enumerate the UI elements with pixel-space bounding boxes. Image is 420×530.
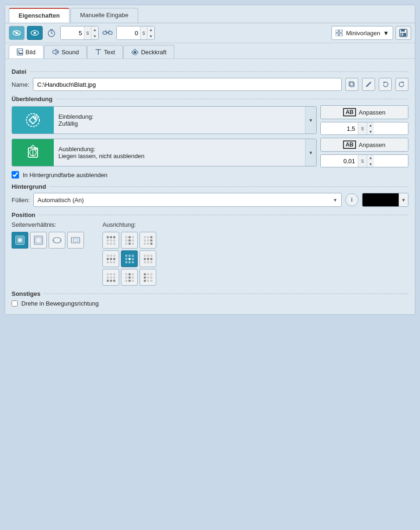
ausblendung-arrow[interactable]: ▼ — [305, 139, 316, 166]
einblendung-duration-down[interactable]: ▼ — [367, 128, 374, 135]
tab-manuelle-eingabe[interactable]: Manuelle Eingabe — [70, 8, 138, 23]
rotate-cw-btn[interactable] — [395, 78, 408, 91]
align-top-center[interactable] — [121, 232, 138, 249]
offset-input[interactable]: 0 — [117, 26, 140, 39]
datei-section-header: Datei — [12, 68, 408, 75]
svg-rect-12 — [336, 30, 338, 32]
svg-rect-41 — [36, 237, 41, 243]
sub-tab-sound-label: Sound — [62, 49, 79, 56]
offset-unit: s — [140, 26, 147, 39]
sub-tab-text-label: Text — [104, 49, 115, 56]
ausblendung-anpassen-btn[interactable]: AB Anpassen — [320, 138, 408, 152]
copy-btn[interactable] — [345, 78, 358, 91]
sub-tab-bild[interactable]: Bild — [9, 45, 44, 58]
edit-btn[interactable] — [362, 78, 375, 91]
align-middle-left[interactable] — [102, 250, 119, 267]
ueberblendung-header: Überblendung — [12, 96, 408, 102]
duration-down[interactable]: ▼ — [91, 33, 98, 39]
tab-eigenschaften[interactable]: Eigenschaften — [9, 8, 70, 23]
einblendung-duration-arrows[interactable]: ▲ ▼ — [367, 122, 374, 135]
align-middle-center[interactable] — [121, 250, 138, 267]
aspect-crop-btn[interactable] — [30, 232, 47, 249]
einblendung-icon — [12, 106, 54, 134]
align-middle-right[interactable] — [140, 250, 156, 267]
duration-input[interactable]: 5 — [61, 26, 84, 39]
aspect-full-btn[interactable] — [12, 232, 28, 249]
sub-tabs: Bild Sound Text Deckkraft — [5, 43, 415, 59]
ausblendung-duration-spinner[interactable]: s ▲ ▼ — [320, 154, 408, 167]
rotate-cw-icon — [399, 81, 405, 88]
einblendung-duration-input[interactable] — [321, 122, 358, 134]
visibility-btn-1[interactable] — [9, 26, 25, 40]
name-row: Name: — [12, 78, 408, 91]
drehe-checkbox[interactable] — [12, 300, 18, 307]
einblendung-arrow[interactable]: ▼ — [305, 106, 316, 134]
svg-rect-8 — [50, 29, 53, 30]
visibility-btn-2[interactable] — [27, 26, 43, 40]
sub-tab-sound[interactable]: Sound — [44, 45, 87, 58]
offset-arrows[interactable]: ▲ ▼ — [147, 26, 154, 39]
offset-down[interactable]: ▼ — [147, 33, 154, 39]
einblendung-duration-spinner[interactable]: s ▲ ▼ — [320, 122, 408, 135]
ausblendung-text: Ausblendung: Liegen lassen, nicht ausble… — [54, 146, 305, 160]
fuellen-arrow: ▼ — [333, 198, 337, 203]
align-top-right[interactable] — [140, 232, 156, 249]
svg-point-4 — [34, 32, 36, 34]
pencil-icon — [365, 81, 372, 88]
timer-icon — [45, 26, 58, 39]
duration-unit: s — [84, 26, 91, 39]
info-button[interactable]: i — [345, 193, 358, 206]
align-bottom-left[interactable] — [102, 269, 119, 286]
duration-arrows[interactable]: ▲ ▼ — [91, 26, 98, 39]
einblendung-row: Einblendung: Zufällig ▼ AB Anpassen s ▲ … — [12, 105, 408, 135]
einblendung-select[interactable]: Einblendung: Zufällig ▼ — [12, 106, 317, 134]
sub-tab-deckkraft[interactable]: Deckkraft — [123, 45, 174, 58]
color-arrow[interactable]: ▼ — [399, 193, 408, 206]
ausblendung-icon — [12, 139, 54, 166]
align-bottom-center[interactable] — [121, 269, 138, 286]
einblendung-anpassen-btn[interactable]: AB Anpassen — [320, 105, 408, 119]
sound-icon — [52, 49, 59, 55]
aspect-stretch-btn[interactable] — [49, 232, 65, 249]
offset-up[interactable]: ▲ — [147, 26, 154, 33]
rotate-ccw-btn[interactable] — [379, 78, 392, 91]
svg-point-22 — [18, 51, 19, 53]
save-button[interactable] — [395, 26, 411, 40]
image-icon — [17, 48, 23, 56]
sub-tab-text[interactable]: Text — [87, 45, 123, 58]
hintergrund-content-row: Füllen: Automatisch (An) ▼ i ▼ — [12, 193, 408, 207]
ausblendung-duration-down[interactable]: ▼ — [367, 161, 374, 167]
color-picker[interactable]: ▼ — [362, 193, 408, 207]
svg-marker-23 — [53, 49, 56, 55]
duration-spinner[interactable]: 5 s ▲ ▼ — [60, 26, 99, 40]
minivorlagen-label: Minivorlagen — [346, 30, 380, 37]
ausblendung-duration-input[interactable] — [321, 155, 358, 167]
fuellen-select[interactable]: Automatisch (An) ▼ — [33, 193, 342, 207]
einblendung-right: AB Anpassen s ▲ ▼ — [320, 105, 408, 135]
ausblendung-select[interactable]: Ausblendung: Liegen lassen, nicht ausble… — [12, 139, 317, 166]
content-area: Datei Name: — [5, 59, 415, 314]
position-content-row: Seitenverhältnis: — [12, 221, 408, 286]
svg-rect-27 — [350, 83, 354, 87]
ausblendung-duration-up[interactable]: ▲ — [367, 154, 374, 161]
align-top-left[interactable] — [102, 232, 119, 249]
einblendung-duration-up[interactable]: ▲ — [367, 122, 374, 128]
text-icon — [95, 48, 102, 56]
hintergrundfarbe-label: In Hintergrundfarbe ausblenden — [23, 172, 108, 179]
offset-spinner[interactable]: 0 s ▲ ▼ — [116, 26, 155, 40]
ausblendung-row: Ausblendung: Liegen lassen, nicht ausble… — [12, 138, 408, 167]
minivorlagen-button[interactable]: Minivorlagen ▼ — [331, 26, 393, 40]
ausblendung-duration-arrows[interactable]: ▲ ▼ — [367, 154, 374, 167]
ausrichtung-label: Ausrichtung: — [102, 221, 156, 228]
align-bottom-right[interactable] — [140, 269, 156, 286]
aspect-box-btn[interactable] — [67, 232, 84, 249]
aspect-crop-icon — [33, 235, 44, 245]
svg-rect-17 — [401, 29, 405, 32]
duration-up[interactable]: ▲ — [91, 26, 98, 33]
svg-rect-46 — [73, 239, 78, 242]
rotate-ccw-icon — [382, 81, 388, 88]
svg-point-36 — [34, 147, 37, 150]
name-input[interactable] — [33, 78, 342, 91]
seiten-label: Seitenverhältnis: — [12, 221, 84, 228]
hintergrundfarbe-checkbox[interactable] — [12, 171, 19, 179]
